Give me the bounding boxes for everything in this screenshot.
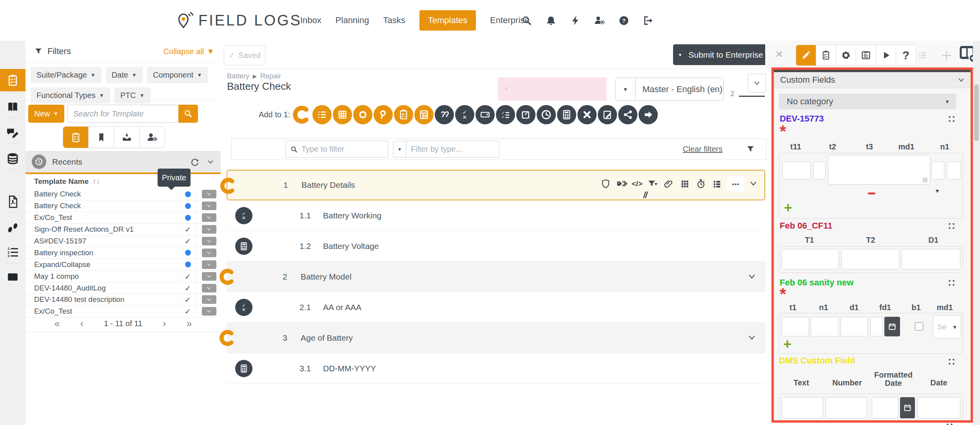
recents-collapse-icon[interactable] — [207, 158, 214, 166]
expand-row-icon[interactable] — [747, 272, 757, 281]
user-gear-icon[interactable] — [593, 15, 606, 27]
tree-row-1[interactable]: 1Battery Details</>••• — [227, 170, 765, 200]
add-olist-button[interactable] — [312, 105, 332, 124]
help-icon[interactable]: ? — [618, 15, 630, 27]
t11-input[interactable] — [782, 162, 811, 180]
add-clock-button[interactable] — [537, 105, 556, 124]
row-menu-button[interactable] — [202, 190, 216, 198]
add-checkbox-button[interactable]: ✓ — [516, 105, 535, 124]
row-menu-button[interactable] — [202, 213, 216, 222]
stopwatch-icon[interactable] — [695, 178, 707, 190]
section-title-dms[interactable]: DMS Custom Field — [779, 356, 855, 366]
section-title-feb06cf11[interactable]: Feb 06_CF11 — [780, 221, 833, 231]
add-section-arc-button[interactable] — [292, 105, 311, 124]
filter-chip-functional-types[interactable]: Functional Types▼ — [31, 87, 110, 104]
rail-item-tablet[interactable] — [0, 268, 25, 285]
expand-row-icon[interactable] — [747, 333, 757, 342]
collapse-row-icon[interactable] — [749, 179, 758, 188]
language-selector[interactable]: ▼ Master - English (en) — [615, 78, 724, 101]
tree-row-3.1[interactable]: 3.1DD-MM-YYYY — [227, 353, 765, 384]
tree-row-1.1[interactable]: ✓✕1.1Battery Working — [227, 200, 765, 231]
signout-icon[interactable] — [642, 15, 654, 27]
filter-type-caret[interactable]: ▼ — [393, 141, 406, 158]
template-row[interactable]: AS#DEV-15197✓ — [25, 236, 221, 247]
t1-input[interactable] — [782, 317, 809, 336]
search-icon[interactable] — [521, 15, 533, 27]
text-input[interactable] — [782, 397, 823, 418]
library-tab-tray[interactable] — [114, 127, 140, 148]
row-menu-button[interactable] — [202, 260, 216, 269]
toolbar-play-button[interactable] — [876, 45, 896, 65]
row-menu-button[interactable] — [202, 272, 216, 281]
template-row[interactable]: Battery Check — [25, 189, 221, 200]
toolbar-clipboard-check-button[interactable] — [816, 45, 836, 65]
fd1-input[interactable] — [870, 317, 883, 336]
row-menu-button[interactable] — [202, 225, 216, 234]
row-label[interactable]: Battery Working — [323, 211, 381, 220]
toolbar-pencil-button[interactable] — [796, 45, 816, 65]
template-name[interactable]: Expand/Collapse — [25, 259, 179, 270]
md1-select[interactable]: Se▼ — [933, 315, 961, 339]
library-tab-user-gear[interactable] — [140, 127, 165, 148]
add-tablegrid-button[interactable] — [333, 105, 352, 124]
T2-input[interactable] — [841, 249, 899, 269]
T1-input[interactable] — [782, 249, 839, 269]
template-name[interactable]: DEV-14480 test description — [25, 294, 179, 305]
nav-tab-tasks[interactable]: Tasks — [383, 15, 405, 25]
calendar-button[interactable] — [900, 397, 915, 418]
rail-item-list-123[interactable]: 123 — [0, 243, 25, 260]
row-label[interactable]: Battery Details — [301, 180, 355, 190]
matrix-icon[interactable] — [711, 178, 723, 190]
t3-textarea[interactable] — [828, 155, 930, 185]
add-ring-button[interactable] — [353, 105, 372, 124]
md1-input[interactable] — [931, 162, 944, 180]
section-title-feb06-sanity[interactable]: Feb 06 sanity new — [780, 278, 853, 288]
toolbar-card-button[interactable] — [856, 45, 876, 65]
template-search-input[interactable] — [67, 105, 178, 123]
add-combo-button[interactable] — [475, 105, 495, 124]
row-menu-button[interactable] — [202, 284, 216, 292]
panel-collapse-button[interactable] — [748, 74, 766, 93]
more-actions-button[interactable]: ••• — [727, 176, 744, 192]
search-button[interactable] — [178, 105, 198, 123]
template-name[interactable]: Battery inspection — [25, 247, 179, 258]
tree-row-3[interactable]: 3Age of Battery — [227, 323, 765, 353]
D1-input[interactable] — [902, 249, 960, 269]
refresh-icon[interactable] — [190, 157, 200, 167]
paperclip-icon[interactable] — [663, 178, 675, 190]
filter-chip-ptc[interactable]: PTC▼ — [114, 87, 151, 104]
template-row[interactable]: Battery inspection — [25, 247, 221, 259]
add-edit-doc-button[interactable] — [598, 105, 617, 124]
filter-chip-suite-package[interactable]: Suite/Package▼ — [31, 67, 102, 83]
template-name[interactable]: Battery Check — [25, 189, 179, 200]
tree-row-2[interactable]: 2Battery Model — [227, 262, 765, 292]
row-label[interactable]: DD-MM-YYYY — [323, 364, 376, 373]
filter-chip-date[interactable]: Date▼ — [106, 67, 143, 83]
template-row[interactable]: DEV-14480_AuditLog✓ — [25, 282, 221, 294]
tree-row-1.2[interactable]: 1.2Battery Voltage — [227, 231, 765, 262]
template-name[interactable]: Ex/Co_Test — [25, 212, 179, 223]
row-label[interactable]: Battery Model — [301, 272, 352, 282]
expand-icon[interactable] — [948, 115, 955, 123]
add-quote-button[interactable] — [435, 105, 454, 124]
row-caret-icon[interactable]: ▼ — [935, 188, 940, 194]
recents-bar[interactable]: Recents — [25, 151, 221, 174]
clear-filters-link[interactable]: Clear filters — [683, 145, 722, 154]
add-pencil-ruler-button[interactable] — [577, 105, 597, 124]
close-panel-button[interactable]: × — [775, 46, 783, 62]
template-name[interactable]: Battery Check — [25, 200, 179, 212]
expand-icon[interactable] — [948, 222, 955, 230]
add-arrow-right-button[interactable] — [639, 105, 658, 124]
bolt-icon[interactable] — [569, 15, 581, 27]
n1-input[interactable] — [811, 317, 839, 336]
b1-checkbox[interactable] — [915, 322, 923, 331]
code-icon[interactable]: </> — [632, 180, 642, 188]
formatted-date-input[interactable] — [872, 397, 898, 418]
toolbar-gear-button[interactable] — [836, 45, 856, 65]
template-row[interactable]: May 1 compo✓ — [25, 271, 221, 282]
type-to-filter-input[interactable] — [301, 144, 381, 154]
template-row[interactable]: Expand/Collapse — [25, 259, 221, 271]
add-hook-button[interactable] — [374, 105, 393, 124]
tags-icon[interactable] — [616, 178, 628, 190]
add-calculator-button[interactable] — [557, 105, 576, 124]
